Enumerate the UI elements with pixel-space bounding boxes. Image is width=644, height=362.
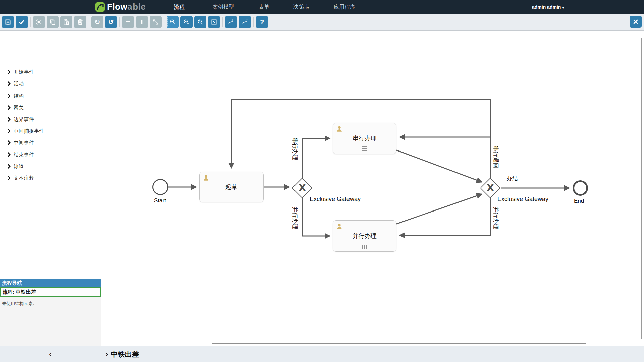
edge-label-parallel-return: 并行办理 bbox=[492, 207, 500, 230]
palette-group-structural[interactable]: 结构 bbox=[0, 91, 101, 101]
validate-button[interactable] bbox=[16, 16, 28, 28]
zoom-fit-button[interactable] bbox=[208, 16, 220, 28]
trash-icon bbox=[77, 19, 84, 25]
bpmn-canvas[interactable]: Start 起草 X Exclusive Gateway 串行办理 并行办理 X… bbox=[101, 31, 644, 346]
toolbar-separator bbox=[30, 17, 31, 27]
sequence-flows[interactable] bbox=[101, 31, 644, 346]
paste-icon bbox=[63, 19, 70, 25]
palette-group-label: 中间捕捉事件 bbox=[14, 128, 44, 134]
task-label: 起草 bbox=[225, 183, 237, 191]
user-task-serial[interactable]: 串行办理 bbox=[333, 123, 396, 154]
chevron-right-icon bbox=[7, 81, 11, 86]
process-breadcrumb[interactable]: › 中铁出差 bbox=[106, 346, 139, 362]
flow-parallel-to-gateway2[interactable] bbox=[396, 194, 482, 224]
horizontal-scrollbar[interactable] bbox=[212, 343, 586, 344]
tab-processes[interactable]: 流程 bbox=[174, 0, 185, 14]
user-icon bbox=[336, 125, 343, 132]
user-icon bbox=[336, 223, 343, 230]
paste-button[interactable] bbox=[60, 16, 72, 28]
palette-group-intermediate-catching-events[interactable]: 中间捕捉事件 bbox=[0, 126, 101, 136]
task-label: 并行办理 bbox=[353, 232, 377, 240]
palette-group-intermediate-events[interactable]: 中间事件 bbox=[0, 138, 101, 148]
navigator-header: 流程导航 bbox=[0, 279, 101, 287]
navigator-empty-note: 未使用结构元素。 bbox=[0, 297, 101, 311]
task-label: 串行办理 bbox=[353, 134, 377, 142]
help-button[interactable]: ? bbox=[256, 16, 268, 28]
process-navigator-panel: 流程导航 流程: 中铁出差 未使用结构元素。 bbox=[0, 279, 101, 346]
svg-text:1: 1 bbox=[199, 20, 201, 23]
process-title: 中铁出差 bbox=[111, 350, 139, 359]
top-navbar: Flowable 流程 案例模型 表单 决策表 应用程序 admin admin… bbox=[0, 0, 644, 14]
close-editor-button[interactable] bbox=[630, 16, 642, 28]
flowable-logo-icon bbox=[95, 2, 105, 12]
user-icon bbox=[202, 174, 210, 181]
edge-label-parallel: 并行办理 bbox=[291, 207, 299, 230]
end-event-node[interactable] bbox=[573, 180, 588, 196]
chevron-right-icon bbox=[7, 117, 11, 122]
start-event-node[interactable] bbox=[152, 179, 168, 195]
check-icon bbox=[18, 19, 25, 25]
palette-group-boundary-events[interactable]: 边界事件 bbox=[0, 114, 101, 124]
toolbar-separator bbox=[89, 17, 89, 27]
palette-group-text-annotation[interactable]: 文本注释 bbox=[0, 173, 101, 183]
palette-group-activities[interactable]: 活动 bbox=[0, 79, 101, 89]
undo-button[interactable]: ↺ bbox=[105, 16, 117, 28]
redo-button[interactable]: ↻ bbox=[91, 16, 103, 28]
chevron-right-icon bbox=[7, 176, 11, 180]
align-horizontal-button[interactable] bbox=[136, 16, 148, 28]
zoom-out-button[interactable] bbox=[180, 16, 193, 28]
edge-label-serial-return: 串行退回 bbox=[492, 146, 500, 169]
copy-button[interactable] bbox=[47, 16, 59, 28]
chevron-right-icon bbox=[7, 105, 11, 110]
save-button[interactable] bbox=[2, 16, 14, 28]
flow-gateway1-to-parallel[interactable] bbox=[302, 198, 330, 236]
end-event-label: End bbox=[569, 198, 589, 204]
vertical-scrollbar[interactable] bbox=[641, 38, 642, 339]
footer-bar: ‹ › 中铁出差 bbox=[0, 346, 644, 362]
palette-group-label: 结束事件 bbox=[14, 152, 34, 158]
copy-icon bbox=[49, 19, 56, 25]
user-task-draft[interactable]: 起草 bbox=[199, 172, 264, 202]
edge-label-serial: 串行办理 bbox=[291, 138, 299, 161]
palette-sidebar: 开始事件 活动 结构 网关 边界事件 中间捕捉事件 中间事件 结束事件 泳道 文… bbox=[0, 31, 101, 346]
tab-decision-tables[interactable]: 决策表 bbox=[293, 0, 310, 14]
start-event-label: Start bbox=[150, 197, 170, 204]
palette-group-end-events[interactable]: 结束事件 bbox=[0, 149, 101, 160]
redo-icon: ↻ bbox=[95, 19, 100, 25]
flow-serial-to-gateway2[interactable] bbox=[396, 150, 482, 182]
align-vertical-button[interactable] bbox=[122, 16, 134, 28]
zoom-in-button[interactable] bbox=[167, 16, 179, 28]
scissors-icon bbox=[36, 19, 42, 25]
cut-button[interactable] bbox=[33, 16, 45, 28]
tab-case-models[interactable]: 案例模型 bbox=[213, 0, 234, 14]
flow-gateway1-to-serial[interactable] bbox=[302, 138, 330, 178]
flow-parallel-return[interactable] bbox=[400, 198, 490, 235]
remove-bendpoint-button[interactable] bbox=[239, 16, 251, 28]
zoom-out-icon bbox=[183, 19, 190, 25]
navigator-current-process[interactable]: 流程: 中铁出差 bbox=[0, 287, 101, 297]
add-bendpoint-button[interactable] bbox=[225, 16, 237, 28]
tab-forms[interactable]: 表单 bbox=[259, 0, 269, 14]
tab-apps[interactable]: 应用程序 bbox=[334, 0, 355, 14]
zoom-fit-icon bbox=[211, 19, 217, 25]
logo-text: Flowable bbox=[107, 2, 146, 12]
zoom-actual-button[interactable]: 1 bbox=[194, 16, 206, 28]
flowable-logo: Flowable bbox=[95, 2, 146, 12]
palette-group-gateways[interactable]: 网关 bbox=[0, 103, 101, 113]
user-task-parallel[interactable]: 并行办理 bbox=[333, 220, 396, 252]
palette-group-label: 结构 bbox=[14, 93, 24, 99]
palette-group-start-events[interactable]: 开始事件 bbox=[0, 67, 101, 77]
same-size-button[interactable] bbox=[150, 16, 162, 28]
chevron-right-icon bbox=[7, 140, 11, 145]
chevron-right-icon: › bbox=[106, 350, 108, 359]
toolbar-separator bbox=[119, 17, 120, 27]
edge-label-finish: 办结 bbox=[506, 175, 518, 182]
parallel-multi-instance-marker bbox=[362, 245, 367, 249]
delete-button[interactable] bbox=[74, 16, 86, 28]
remove-bendpoint-icon bbox=[241, 19, 248, 25]
flow-serial-return[interactable] bbox=[400, 137, 490, 178]
palette-group-swimlanes[interactable]: 泳道 bbox=[0, 161, 101, 171]
user-menu[interactable]: admin admin▾ bbox=[532, 0, 564, 14]
palette-group-label: 泳道 bbox=[14, 163, 24, 170]
collapse-sidebar-button[interactable]: ‹ bbox=[0, 346, 101, 362]
